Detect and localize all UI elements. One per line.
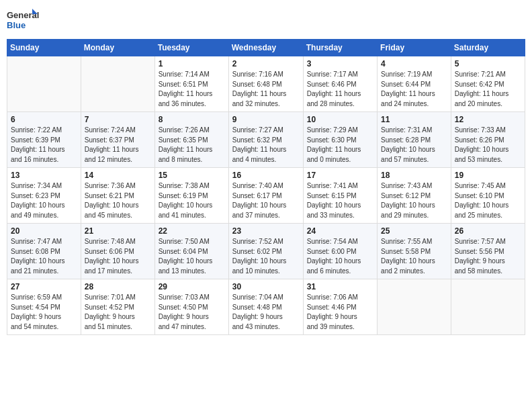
calendar-cell: 9Sunrise: 7:27 AMSunset: 6:32 PMDaylight… bbox=[228, 112, 303, 168]
day-number: 20 bbox=[11, 226, 77, 236]
day-number: 9 bbox=[232, 115, 300, 124]
calendar-cell: 2Sunrise: 7:16 AMSunset: 6:48 PMDaylight… bbox=[228, 56, 303, 112]
day-number: 31 bbox=[307, 282, 373, 291]
calendar-cell: 4Sunrise: 7:19 AMSunset: 6:44 PMDaylight… bbox=[378, 56, 451, 112]
calendar-cell: 19Sunrise: 7:45 AMSunset: 6:10 PMDayligh… bbox=[451, 168, 525, 224]
weekday-header: Monday bbox=[81, 40, 154, 56]
day-info: Sunrise: 6:59 AMSunset: 4:54 PMDaylight:… bbox=[11, 293, 77, 332]
day-info: Sunrise: 7:21 AMSunset: 6:42 PMDaylight:… bbox=[455, 70, 521, 109]
calendar-cell: 23Sunrise: 7:52 AMSunset: 6:02 PMDayligh… bbox=[228, 224, 303, 279]
calendar-cell: 16Sunrise: 7:40 AMSunset: 6:17 PMDayligh… bbox=[228, 168, 303, 224]
svg-text:Blue: Blue bbox=[7, 20, 26, 30]
day-info: Sunrise: 7:47 AMSunset: 6:08 PMDaylight:… bbox=[11, 237, 77, 276]
day-info: Sunrise: 7:57 AMSunset: 5:56 PMDaylight:… bbox=[455, 237, 521, 276]
day-number: 26 bbox=[455, 226, 521, 236]
day-number: 3 bbox=[307, 59, 373, 68]
day-info: Sunrise: 7:16 AMSunset: 6:48 PMDaylight:… bbox=[232, 70, 300, 109]
calendar-cell bbox=[451, 279, 525, 335]
day-info: Sunrise: 7:45 AMSunset: 6:10 PMDaylight:… bbox=[455, 181, 521, 220]
day-info: Sunrise: 7:43 AMSunset: 6:12 PMDaylight:… bbox=[381, 181, 447, 220]
day-info: Sunrise: 7:03 AMSunset: 4:50 PMDaylight:… bbox=[159, 293, 225, 332]
calendar-cell: 1Sunrise: 7:14 AMSunset: 6:51 PMDaylight… bbox=[154, 56, 228, 112]
calendar-cell: 8Sunrise: 7:26 AMSunset: 6:35 PMDaylight… bbox=[154, 112, 228, 168]
day-number: 15 bbox=[159, 171, 225, 180]
day-info: Sunrise: 7:24 AMSunset: 6:37 PMDaylight:… bbox=[85, 126, 151, 165]
weekday-header: Thursday bbox=[303, 40, 377, 56]
day-info: Sunrise: 7:27 AMSunset: 6:32 PMDaylight:… bbox=[232, 126, 300, 165]
calendar-cell: 25Sunrise: 7:55 AMSunset: 5:58 PMDayligh… bbox=[378, 224, 451, 279]
calendar-cell: 7Sunrise: 7:24 AMSunset: 6:37 PMDaylight… bbox=[81, 112, 154, 168]
calendar-cell: 10Sunrise: 7:29 AMSunset: 6:30 PMDayligh… bbox=[303, 112, 377, 168]
calendar-table: SundayMondayTuesdayWednesdayThursdayFrid… bbox=[7, 39, 525, 335]
calendar-cell: 31Sunrise: 7:06 AMSunset: 4:46 PMDayligh… bbox=[303, 279, 377, 335]
calendar-cell: 15Sunrise: 7:38 AMSunset: 6:19 PMDayligh… bbox=[154, 168, 228, 224]
day-info: Sunrise: 7:26 AMSunset: 6:35 PMDaylight:… bbox=[159, 126, 225, 165]
calendar-cell: 6Sunrise: 7:22 AMSunset: 6:39 PMDaylight… bbox=[7, 112, 81, 168]
weekday-header: Saturday bbox=[451, 40, 525, 56]
day-info: Sunrise: 7:54 AMSunset: 6:00 PMDaylight:… bbox=[307, 237, 373, 276]
day-number: 12 bbox=[455, 115, 521, 124]
day-number: 18 bbox=[381, 171, 447, 180]
calendar-week-row: 27Sunrise: 6:59 AMSunset: 4:54 PMDayligh… bbox=[7, 279, 525, 335]
day-info: Sunrise: 7:31 AMSunset: 6:28 PMDaylight:… bbox=[381, 126, 447, 165]
day-info: Sunrise: 7:48 AMSunset: 6:06 PMDaylight:… bbox=[85, 237, 151, 276]
day-info: Sunrise: 7:34 AMSunset: 6:23 PMDaylight:… bbox=[11, 181, 77, 220]
day-info: Sunrise: 7:06 AMSunset: 4:46 PMDaylight:… bbox=[307, 293, 373, 332]
logo: GeneralBlue bbox=[7, 7, 40, 34]
calendar-week-row: 1Sunrise: 7:14 AMSunset: 6:51 PMDaylight… bbox=[7, 56, 525, 112]
day-info: Sunrise: 7:29 AMSunset: 6:30 PMDaylight:… bbox=[307, 126, 373, 165]
calendar-cell: 26Sunrise: 7:57 AMSunset: 5:56 PMDayligh… bbox=[451, 224, 525, 279]
weekday-header: Friday bbox=[378, 40, 451, 56]
day-number: 29 bbox=[159, 282, 225, 291]
calendar-cell bbox=[378, 279, 451, 335]
day-number: 16 bbox=[232, 171, 300, 180]
day-info: Sunrise: 7:19 AMSunset: 6:44 PMDaylight:… bbox=[381, 70, 447, 109]
day-info: Sunrise: 7:04 AMSunset: 4:48 PMDaylight:… bbox=[232, 293, 300, 332]
calendar-cell: 18Sunrise: 7:43 AMSunset: 6:12 PMDayligh… bbox=[378, 168, 451, 224]
calendar-week-row: 6Sunrise: 7:22 AMSunset: 6:39 PMDaylight… bbox=[7, 112, 525, 168]
weekday-header: Wednesday bbox=[228, 40, 303, 56]
day-number: 6 bbox=[11, 115, 77, 124]
day-info: Sunrise: 7:22 AMSunset: 6:39 PMDaylight:… bbox=[11, 126, 77, 165]
day-number: 25 bbox=[381, 226, 447, 236]
day-info: Sunrise: 7:33 AMSunset: 6:26 PMDaylight:… bbox=[455, 126, 521, 165]
calendar-cell bbox=[81, 56, 154, 112]
day-number: 19 bbox=[455, 171, 521, 180]
day-number: 10 bbox=[307, 115, 373, 124]
day-info: Sunrise: 7:38 AMSunset: 6:19 PMDaylight:… bbox=[159, 181, 225, 220]
day-info: Sunrise: 7:50 AMSunset: 6:04 PMDaylight:… bbox=[159, 237, 225, 276]
day-number: 17 bbox=[307, 171, 373, 180]
calendar-week-row: 20Sunrise: 7:47 AMSunset: 6:08 PMDayligh… bbox=[7, 224, 525, 279]
day-info: Sunrise: 7:01 AMSunset: 4:52 PMDaylight:… bbox=[85, 293, 151, 332]
day-number: 13 bbox=[11, 171, 77, 180]
calendar-cell: 21Sunrise: 7:48 AMSunset: 6:06 PMDayligh… bbox=[81, 224, 154, 279]
calendar-cell: 30Sunrise: 7:04 AMSunset: 4:48 PMDayligh… bbox=[228, 279, 303, 335]
logo-icon: GeneralBlue bbox=[7, 7, 40, 34]
calendar-cell bbox=[7, 56, 81, 112]
day-number: 5 bbox=[455, 59, 521, 68]
weekday-header: Tuesday bbox=[154, 40, 228, 56]
calendar-cell: 5Sunrise: 7:21 AMSunset: 6:42 PMDaylight… bbox=[451, 56, 525, 112]
calendar-cell: 11Sunrise: 7:31 AMSunset: 6:28 PMDayligh… bbox=[378, 112, 451, 168]
calendar-cell: 29Sunrise: 7:03 AMSunset: 4:50 PMDayligh… bbox=[154, 279, 228, 335]
day-number: 21 bbox=[85, 226, 151, 236]
calendar-cell: 24Sunrise: 7:54 AMSunset: 6:00 PMDayligh… bbox=[303, 224, 377, 279]
day-number: 27 bbox=[11, 282, 77, 291]
day-info: Sunrise: 7:36 AMSunset: 6:21 PMDaylight:… bbox=[85, 181, 151, 220]
day-number: 23 bbox=[232, 226, 300, 236]
day-number: 2 bbox=[232, 59, 300, 68]
day-info: Sunrise: 7:40 AMSunset: 6:17 PMDaylight:… bbox=[232, 181, 300, 220]
day-info: Sunrise: 7:14 AMSunset: 6:51 PMDaylight:… bbox=[159, 70, 225, 109]
calendar-week-row: 13Sunrise: 7:34 AMSunset: 6:23 PMDayligh… bbox=[7, 168, 525, 224]
calendar-cell: 27Sunrise: 6:59 AMSunset: 4:54 PMDayligh… bbox=[7, 279, 81, 335]
calendar-cell: 3Sunrise: 7:17 AMSunset: 6:46 PMDaylight… bbox=[303, 56, 377, 112]
calendar-cell: 17Sunrise: 7:41 AMSunset: 6:15 PMDayligh… bbox=[303, 168, 377, 224]
day-number: 24 bbox=[307, 226, 373, 236]
day-info: Sunrise: 7:52 AMSunset: 6:02 PMDaylight:… bbox=[232, 237, 300, 276]
day-number: 4 bbox=[381, 59, 447, 68]
calendar-cell: 12Sunrise: 7:33 AMSunset: 6:26 PMDayligh… bbox=[451, 112, 525, 168]
weekday-header: Sunday bbox=[7, 40, 81, 56]
calendar-cell: 28Sunrise: 7:01 AMSunset: 4:52 PMDayligh… bbox=[81, 279, 154, 335]
day-number: 22 bbox=[159, 226, 225, 236]
page-header: GeneralBlue bbox=[7, 7, 525, 34]
